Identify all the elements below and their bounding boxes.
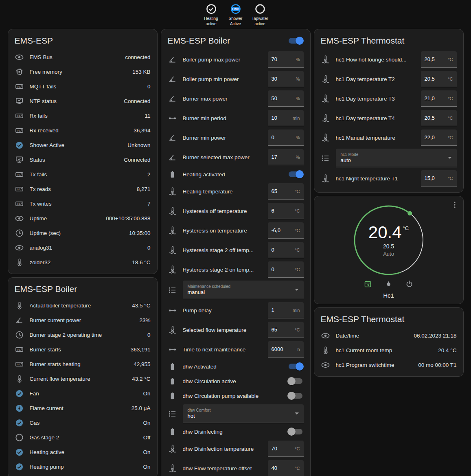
number-input[interactable]: 10min [268,110,304,126]
entity-row[interactable]: Burner min period10min [161,108,310,128]
mode-heat-button[interactable] [384,280,393,288]
number-input[interactable]: 6000h [268,341,304,358]
entity-row[interactable]: Date/time06.02.2023 21:18 [314,328,463,343]
mode-auto-button[interactable] [364,280,372,288]
toggle-switch[interactable] [287,170,304,178]
entity-row[interactable]: Hysteresis on temperature-6,0°C [161,221,310,240]
select-input[interactable]: Maintenance scheduledmanual [183,281,304,299]
entity-row[interactable]: Burner stage 2 operating time0 [8,327,157,342]
glance-shower-active[interactable]: LINK Shower Active [226,3,246,29]
entity-row[interactable]: 01Burner starts heating42,955 [8,357,157,371]
entity-row[interactable]: Hysteresis off temperature6°C [161,201,310,221]
entity-row[interactable]: hc1 How hot lounge should...20,5°C [314,50,463,69]
entity-row[interactable]: 01Burner starts363,191 [8,342,157,357]
entity-row[interactable]: 01Rx received36,394 [8,123,157,138]
number-input[interactable]: 65°C [268,183,304,200]
entity-row[interactable]: Actual boiler temperature43.5 °C [8,298,157,313]
number-input[interactable]: 6°C [268,203,304,219]
entity-row[interactable]: 01Tx reads8,271 [8,182,157,196]
entity-row[interactable]: Selected flow temperature65°C [161,320,310,340]
number-input[interactable]: 0°C [268,261,304,278]
entity-row[interactable]: Heating activated [161,167,310,182]
entity-row[interactable]: 01Tx writes7 [8,196,157,211]
mode-off-button[interactable] [405,280,414,288]
number-input[interactable]: 0% [268,129,304,146]
number-input[interactable]: 0°C [268,242,304,258]
entity-row[interactable]: dhw Comforthot [161,403,310,424]
glance-tapwater-active[interactable]: Tapwater active [250,3,270,29]
entity-row[interactable]: analog310 [8,240,157,255]
toggle-switch[interactable] [287,362,304,371]
number-input[interactable]: 50% [268,90,304,107]
entity-row[interactable]: zolder3218.6 °C [8,255,157,270]
entity-row[interactable]: hc1 Current room temp20.4 °C [314,343,463,358]
number-input[interactable]: 65°C [268,322,304,338]
number-input[interactable]: 30% [268,71,304,87]
number-input[interactable]: 20,5°C [421,51,457,68]
entity-row[interactable]: dhw Flow temperature offset40°C [161,458,310,476]
entity-row[interactable]: 01MQTT fails0 [8,79,157,94]
entity-row[interactable]: Hysteresis stage 2 on temp...0°C [161,260,310,279]
entity-row[interactable]: Uptime000+10:35:00.888 [8,211,157,226]
entity-row[interactable]: hc1 Day temperature T321,0°C [314,89,463,108]
toggle-switch[interactable] [287,428,304,436]
entity-row[interactable]: dhw Activated [161,359,310,374]
entity-row[interactable]: Shower ActiveUnknown [8,138,157,152]
entity-row[interactable]: Heating temperature65°C [161,182,310,201]
number-input[interactable]: 40°C [268,460,304,476]
more-options-button[interactable] [450,200,459,209]
entity-row[interactable]: Boiler pump min power30% [161,69,310,89]
entity-row[interactable]: Burner selected max power17% [161,147,310,167]
glance-heating-active[interactable]: Heating active [201,3,221,29]
entity-row[interactable]: dhw Circulation pump available [161,388,310,403]
entity-row[interactable]: Flame current25.0 µA [8,401,157,415]
entity-row[interactable]: hc1 Day temperature T220,5°C [314,69,463,89]
entity-row[interactable]: hc1 Program switchtime00 mo 00:00 T1 [314,358,463,372]
entity-row[interactable]: Current flow temperature43.2 °C [8,371,157,386]
toggle-switch[interactable] [287,377,304,385]
entity-row[interactable]: Gas stage 2Off [8,430,157,445]
number-input[interactable]: 20,5°C [421,110,457,126]
entity-row[interactable]: Burner current power23% [8,313,157,327]
entity-row[interactable]: hc1 Day temperature T420,5°C [314,108,463,128]
entity-row[interactable]: Uptime (sec)10:35:00 [8,226,157,240]
entity-row[interactable]: dhw Circulation active [161,374,310,388]
entity-row[interactable]: Time to next maintenance6000h [161,340,310,359]
toggle-switch[interactable] [287,392,304,400]
entity-row[interactable]: FanOn [8,386,157,401]
select-input[interactable]: hc1 Modeauto [336,149,457,167]
entity-row[interactable]: Free memory153 KB [8,64,157,79]
entity-row[interactable]: Burner min power0% [161,128,310,147]
thermostat-dial[interactable]: 20.4°C 20.5 Auto [351,202,427,279]
entity-row[interactable]: 01Rx fails11 [8,108,157,123]
entity-row[interactable]: Hysteresis stage 2 off temp...0°C [161,240,310,260]
entity-row[interactable]: Heating pumpOn [8,459,157,474]
entity-row[interactable]: NTP statusConnected [8,94,157,108]
entity-row[interactable]: GasOn [8,415,157,430]
entity-row[interactable]: hc1 Night temperature T115,0°C [314,169,463,188]
number-input[interactable]: 17% [268,149,304,165]
number-input[interactable]: 70°C [268,441,304,457]
entity-row[interactable]: hc1 Modeauto [314,147,463,169]
select-input[interactable]: dhw Comforthot [183,404,304,423]
entity-row[interactable]: Heating activeOn [8,445,157,459]
entity-row[interactable]: EMS Busconnected [8,50,157,64]
entity-row[interactable]: dhw Disinfection temperature70°C [161,439,310,458]
entity-row[interactable]: Pump delay1min [161,301,310,320]
entity-row[interactable]: dhw Disinfecting [161,424,310,439]
entity-row[interactable]: 01Tx fails2 [8,167,157,182]
entity-row[interactable]: Burner max power50% [161,89,310,108]
number-input[interactable]: 1min [268,302,304,318]
card-toggle-switch[interactable] [287,37,304,45]
entity-row[interactable]: hc1 Manual temperature22,0°C [314,128,463,147]
number-input[interactable]: 20,5°C [421,71,457,87]
number-input[interactable]: 15,0°C [421,170,457,186]
number-input[interactable]: 21,0°C [421,90,457,107]
number-input[interactable]: 70% [268,51,304,68]
entity-row[interactable]: Boiler pump max power70% [161,50,310,69]
entity-label: MQTT fails [30,83,142,90]
entity-row[interactable]: StatusConnected [8,152,157,167]
entity-row[interactable]: Maintenance scheduledmanual [161,279,310,301]
number-input[interactable]: -6,0°C [268,222,304,239]
number-input[interactable]: 22,0°C [421,129,457,146]
